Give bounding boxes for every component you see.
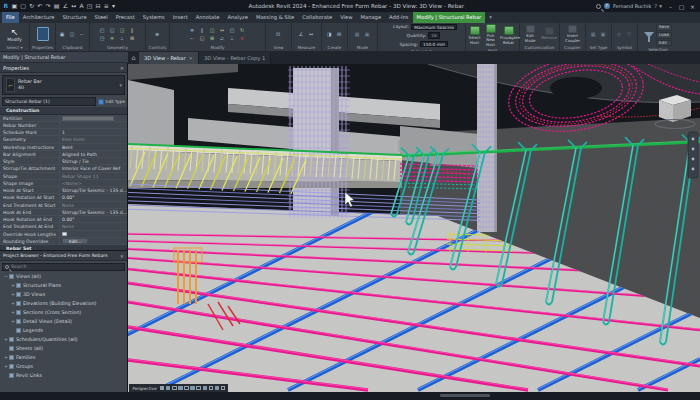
browser-search-input[interactable]: Search (2, 263, 125, 271)
property-value[interactable]: Rebar Shape 11 (60, 173, 127, 179)
measure-icon[interactable]: ∠ (297, 31, 305, 38)
move-icon[interactable]: ↔ (218, 27, 226, 34)
scrollbar-thumb[interactable] (440, 394, 490, 397)
ribbon-tab-view[interactable]: View (336, 12, 356, 23)
property-value[interactable]: <None> (60, 180, 127, 186)
insert-coupler-button[interactable]: Insert Coupler (563, 25, 582, 43)
show-crop-icon[interactable] (190, 386, 195, 391)
create-similar-icon[interactable]: ◨ (325, 31, 333, 38)
shadows-icon[interactable] (178, 386, 183, 391)
tree-item-3d-views[interactable]: +3D Views (0, 290, 127, 299)
selection-box-icon[interactable]: ⊡ (274, 31, 282, 38)
layout-select[interactable]: Maximum Spacing (411, 24, 457, 31)
property-value[interactable] (60, 122, 127, 128)
tree-item-schedules-quantities-all-[interactable]: +Schedules/Quantities (all) (0, 335, 127, 344)
undo-icon[interactable]: ↶ (37, 0, 42, 12)
selection-load-button[interactable]: Load (656, 32, 672, 39)
symbol-style-icon[interactable]: ◇ (615, 31, 623, 38)
thin-lines-icon[interactable]: ≡ (104, 0, 109, 12)
join-icon[interactable]: ◲ (118, 27, 126, 34)
sun-path-icon[interactable] (172, 386, 177, 391)
symbol-tag-icon[interactable]: ▽ (625, 31, 633, 38)
tree-item-legends[interactable]: Legends (0, 326, 127, 335)
checkbox[interactable] (62, 232, 67, 237)
edit-type-button[interactable]: Edit Type (98, 99, 125, 105)
ribbon-tab-systems[interactable]: Systems (139, 12, 169, 23)
tree-item-groups[interactable]: +Groups (0, 362, 127, 371)
quantity-field[interactable]: 16 (428, 32, 439, 39)
chevron-down-icon[interactable]: ▾ (119, 82, 122, 88)
create-group-icon[interactable]: ⊟ (335, 31, 343, 38)
save-icon[interactable]: ▣ (11, 0, 17, 12)
tree-item-sheets-all-[interactable]: Sheets (all) (0, 344, 127, 353)
property-value[interactable]: Bent (60, 144, 127, 150)
tree-item-revit-links[interactable]: Revit Links (0, 371, 127, 380)
project-browser-close-icon[interactable]: × (120, 251, 124, 260)
section-header-construction[interactable]: Construction (0, 107, 127, 115)
match-type-icon[interactable]: ⌐ (78, 31, 86, 38)
home-icon[interactable]: ⌂ (128, 52, 139, 64)
property-value[interactable]: Stirrup/Tie Seismic - 135 d... (60, 209, 127, 215)
ribbon-tab-massing-site[interactable]: Massing & Site (252, 12, 298, 23)
text-icon[interactable]: A (79, 0, 83, 12)
edit-family-icon[interactable]: ▣ (363, 31, 371, 38)
select-host-button[interactable]: Select Host (467, 26, 482, 45)
open-icon[interactable]: ▢ (20, 0, 26, 12)
scale-icon[interactable]: ▱ (218, 35, 226, 42)
rebar-set-type-icon[interactable]: ▣ (599, 31, 607, 38)
revit-logo-icon[interactable]: R (4, 0, 9, 12)
search-icon[interactable] (596, 4, 601, 9)
tree-item-views-all-[interactable]: −Views (all) (0, 272, 127, 281)
property-value[interactable] (60, 231, 127, 237)
delete-icon[interactable]: × (238, 35, 246, 42)
ribbon-tab-steel[interactable]: Steel (91, 12, 112, 23)
ribbon-tab-manage[interactable]: Manage (356, 12, 385, 23)
edit-sketch-icon[interactable]: ▦ (353, 31, 361, 38)
close-icon[interactable]: × (189, 52, 193, 64)
properties-palette-icon[interactable] (37, 27, 49, 41)
sync-icon[interactable]: ↻ (29, 0, 34, 12)
property-value[interactable]: 1 (60, 129, 127, 135)
constraints-icon[interactable] (215, 386, 220, 391)
user-name[interactable]: Fernand Ruchik (613, 3, 651, 9)
array-icon[interactable]: ⊞ (128, 35, 136, 42)
property-value[interactable]: Aligned to Path (60, 151, 127, 157)
pin-icon[interactable]: ⊥ (228, 35, 236, 42)
property-value[interactable]: 0.00° (60, 216, 127, 222)
tree-item-structural-plans[interactable]: +Structural Plans (0, 281, 127, 290)
spacing-field[interactable]: 150.0 mm (420, 41, 448, 48)
ribbon-tab-add-ins[interactable]: Add-Ins (385, 12, 412, 23)
view-tab-3d-view-rebar-copy-1[interactable]: 3D View - Rebar Copy 1 (199, 52, 271, 64)
user-avatar[interactable]: F (604, 3, 610, 9)
property-value[interactable]: Free Form (60, 136, 127, 142)
navigation-bar[interactable] (688, 132, 698, 178)
property-value[interactable] (60, 115, 127, 121)
print-icon[interactable]: ▤ (54, 0, 60, 12)
copy-icon[interactable]: ◰ (228, 27, 236, 34)
tree-item-detail-views-detail-[interactable]: +Detail Views (Detail) (0, 317, 127, 326)
modify-button[interactable]: ↖Modify (7, 27, 22, 42)
align-icon[interactable]: ≡ (188, 27, 196, 34)
cut-icon[interactable]: ◱ (108, 27, 116, 34)
align-icon[interactable]: ≡ (108, 35, 116, 42)
rotate-icon[interactable]: ↻ (238, 27, 246, 34)
split-face-icon[interactable]: ◳ (98, 35, 106, 42)
property-value[interactable]: Stirrup/Tie Seismic - 135 d... (60, 187, 127, 193)
trim-icon[interactable]: ⌐ (188, 35, 196, 42)
selection-edit-button[interactable]: Edit (656, 40, 672, 47)
restore-button[interactable]: ▢ (676, 3, 687, 10)
panel-label-select[interactable]: Select ▾ (0, 44, 29, 51)
visual-style-icon[interactable] (166, 386, 171, 391)
ribbon-tab--[interactable]: ▾ (485, 12, 496, 23)
offset-icon[interactable]: ∥ (128, 27, 136, 34)
filter-icon[interactable] (644, 32, 654, 38)
rebar-set-display-icon[interactable]: ▦ (589, 31, 597, 38)
mirror-icon[interactable]: ◫ (208, 27, 216, 34)
tree-item-sections-cross-section-[interactable]: +Sections (Cross Section) (0, 308, 127, 317)
view-tab-3d-view-rebar[interactable]: 3D View - Rebar× (139, 52, 199, 64)
remove-button[interactable]: Remove (540, 27, 558, 40)
offset-icon[interactable]: ∥ (198, 27, 206, 34)
measure-icon[interactable]: ∠ (63, 0, 68, 12)
properties-close-icon[interactable]: × (120, 63, 124, 72)
tree-item-families[interactable]: +Families (0, 353, 127, 362)
